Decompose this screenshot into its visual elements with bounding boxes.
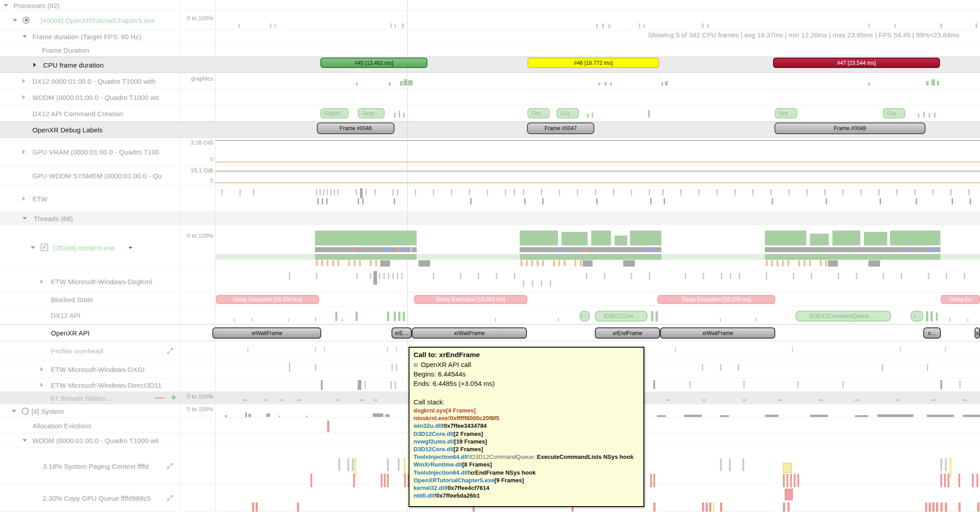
activity-mark bbox=[598, 83, 600, 86]
command-creation-box[interactable]: Graphi… bbox=[320, 108, 349, 118]
openxr-api-call-box[interactable]: x bbox=[975, 327, 980, 339]
sidebar-item-etw[interactable]: ETW bbox=[0, 186, 180, 211]
chevron-right-icon[interactable] bbox=[22, 150, 25, 154]
sidebar-item-dx12-gpu[interactable]: DX12 0000:01:00.0 - Quadro T1000 with bbox=[0, 73, 180, 89]
sidebar-item-threads[interactable]: Threads (68) bbox=[0, 212, 180, 225]
activity-mark bbox=[355, 189, 357, 195]
sidebar-item-blocked-state[interactable]: Blocked State bbox=[0, 293, 180, 306]
chevron-right-icon[interactable] bbox=[33, 63, 36, 67]
sidebar-item-cpu-frame-duration[interactable]: CPU frame duration bbox=[0, 57, 180, 72]
sidebar-item-profiler-overhead[interactable]: Profiler overhead bbox=[0, 341, 180, 360]
chevron-right-icon[interactable] bbox=[22, 95, 25, 100]
debug-label-box[interactable]: Frame #0046 bbox=[317, 122, 395, 134]
openxr-api-call-box[interactable]: x… bbox=[923, 327, 941, 339]
expand-row-icon[interactable] bbox=[166, 494, 174, 502]
blocked-state-box[interactable]: Delay Execution [16.205 ms] bbox=[657, 295, 775, 304]
chevron-right-icon[interactable] bbox=[40, 279, 43, 284]
sidebar-item-copy-gpu-queue[interactable]: 2.30% Copy GPU Queue ffffd988c5 bbox=[0, 484, 180, 512]
cpu-frame-bar[interactable]: #47 [23.544 ms] bbox=[773, 58, 940, 68]
openxr-api-call-box[interactable]: xrWaitFrame bbox=[412, 327, 527, 339]
chevron-down-icon[interactable] bbox=[22, 217, 27, 220]
dx12-api-call-box[interactable]: ID3D12Com… bbox=[595, 311, 647, 322]
activity-mark bbox=[418, 260, 430, 267]
show-fewer-threads-button[interactable]: — bbox=[155, 392, 165, 403]
command-creation-box[interactable]: Gra… bbox=[557, 108, 579, 118]
sidebar-item-etw-dxgkrnl[interactable]: ETW Microsoft-Windows-DxgKrnl bbox=[0, 270, 180, 292]
openxr-api-call-box[interactable]: xrE… bbox=[391, 327, 412, 339]
chevron-down-icon[interactable] bbox=[22, 439, 27, 442]
openxr-api-call-box[interactable]: xrWaitFrame bbox=[212, 327, 321, 339]
activity-mark bbox=[542, 260, 544, 266]
activity-mark bbox=[926, 81, 929, 86]
activity-mark bbox=[895, 24, 896, 28]
activity-mark bbox=[398, 312, 400, 321]
chevron-right-icon[interactable] bbox=[40, 383, 43, 387]
sidebar-item-dx12-api-command-creation[interactable]: DX12 API Command Creation bbox=[0, 105, 180, 121]
activity-mark bbox=[558, 247, 561, 252]
sidebar-item-wddm-system[interactable]: WDDM (0000:01:00.0 - Quadro T1000 wit bbox=[0, 433, 180, 448]
command-creation-box[interactable]: Gra… bbox=[883, 108, 905, 118]
command-creation-box[interactable]: Gra… bbox=[775, 108, 797, 118]
row-label: [4] System bbox=[31, 407, 64, 415]
expand-row-icon[interactable] bbox=[166, 347, 174, 354]
activity-mark bbox=[370, 260, 372, 266]
chevron-down-icon[interactable] bbox=[22, 35, 27, 38]
sidebar-item-gpu-wddm-sysmem[interactable]: GPU WDDM SYSMEM (0000:01:00.0 - Qu bbox=[0, 166, 180, 185]
sidebar-item-frame-duration[interactable]: Frame Duration bbox=[0, 43, 180, 56]
openxr-api-call-box[interactable]: xrWaitFrame bbox=[660, 327, 775, 339]
chevron-right-icon[interactable] bbox=[22, 196, 25, 201]
chevron-down-icon[interactable] bbox=[31, 246, 35, 249]
debug-label-box[interactable]: Frame #0048 bbox=[774, 122, 926, 134]
thread-options-dropdown-icon[interactable] bbox=[129, 247, 132, 249]
activity-mark bbox=[531, 260, 533, 266]
dx12-api-call-box[interactable]: ID3D12CommandQueue::… bbox=[796, 311, 891, 322]
cpu-frame-bar[interactable]: #45 [13.461 ms] bbox=[320, 58, 427, 68]
sidebar-item-etw-dxgi[interactable]: ETW Microsoft-Windows-DXGI bbox=[0, 360, 180, 378]
sidebar-item-processes[interactable]: Processes (82) bbox=[0, 0, 180, 10]
activity-mark bbox=[653, 380, 655, 389]
sidebar-item-gpu-vram[interactable]: GPU VRAM (0000:01:00.0 - Quadro T100 bbox=[0, 138, 180, 165]
chevron-right-icon[interactable] bbox=[40, 367, 43, 372]
sidebar-item-frame-duration-group[interactable]: Frame duration (Target FPS: 60 Hz) bbox=[0, 30, 180, 43]
chevron-down-icon[interactable] bbox=[12, 410, 16, 412]
activity-mark bbox=[756, 318, 757, 322]
activity-mark bbox=[958, 474, 960, 487]
sidebar-item-etw-direct3d11[interactable]: ETW Microsoft-Windows-Direct3D11 bbox=[0, 378, 180, 391]
sidebar-item-openxr-debug-labels[interactable]: OpenXR Debug Labels bbox=[0, 122, 180, 137]
activity-mark bbox=[559, 189, 560, 195]
dx12-api-call-box[interactable]: I… bbox=[580, 311, 590, 322]
row-frame-duration: Frame Duration bbox=[0, 43, 980, 57]
sidebar-item-openxr-api[interactable]: OpenXR API bbox=[0, 325, 180, 341]
activity-mark bbox=[977, 503, 980, 512]
command-creation-box[interactable]: Gra… bbox=[527, 108, 550, 118]
sidebar-item-system-paging-context[interactable]: 3.18% System Paging Context ffffd bbox=[0, 448, 180, 484]
activity-mark bbox=[270, 23, 271, 28]
dx12-api-call-box[interactable]: I… bbox=[911, 311, 923, 322]
chevron-right-icon[interactable] bbox=[22, 79, 25, 83]
tooltip-ends: Ends: 6.4485s (+3.054 ms) bbox=[414, 379, 639, 388]
sidebar-item-process-openxr[interactable]: [40008] OpenXRTutorialChapter5.exe bbox=[0, 11, 180, 29]
sidebar-item-dx12-api[interactable]: DX12 API bbox=[0, 306, 180, 324]
blocked-state-box[interactable]: Delay Execution [16.200 ms] bbox=[216, 295, 319, 304]
radio-icon[interactable] bbox=[22, 408, 29, 415]
sidebar-item-process-system[interactable]: [4] System bbox=[0, 404, 180, 417]
show-more-threads-button[interactable]: + bbox=[171, 392, 176, 403]
command-creation-box[interactable]: Grap… bbox=[358, 108, 385, 118]
sidebar-item-allocation-evictions[interactable]: Allocation Evictions bbox=[0, 418, 180, 433]
cpu-frame-bar[interactable]: #46 [18.772 ms] bbox=[527, 58, 659, 68]
debug-label-box[interactable]: Frame #0047 bbox=[527, 122, 594, 134]
chevron-down-icon[interactable] bbox=[13, 19, 17, 22]
sidebar-item-wddm-gpu[interactable]: WDDM (0000:01:00.0 - Quadro T1000 wit bbox=[0, 89, 180, 105]
openxr-api-call-box[interactable]: xrEndFrame bbox=[595, 327, 660, 339]
gutter-scale-label: 15.1 GiB bbox=[179, 167, 213, 174]
activity-mark bbox=[321, 260, 323, 266]
blocked-state-box[interactable]: Delay Execution [16.053 ms] bbox=[414, 295, 527, 304]
chevron-down-icon[interactable] bbox=[4, 4, 8, 7]
radio-selected-icon[interactable] bbox=[22, 17, 30, 24]
sidebar-item-thread-ntoskrnl[interactable]: ✓[28248] ntoskrnl.exe bbox=[0, 225, 180, 270]
checkbox-checked-icon[interactable]: ✓ bbox=[40, 244, 48, 251]
expand-row-icon[interactable] bbox=[166, 462, 174, 470]
activity-mark bbox=[362, 198, 364, 204]
sidebar-item-threads-hidden[interactable]: 67 threads hidden...—+ bbox=[0, 392, 180, 404]
blocked-state-box[interactable]: Delay Ex bbox=[941, 295, 980, 304]
